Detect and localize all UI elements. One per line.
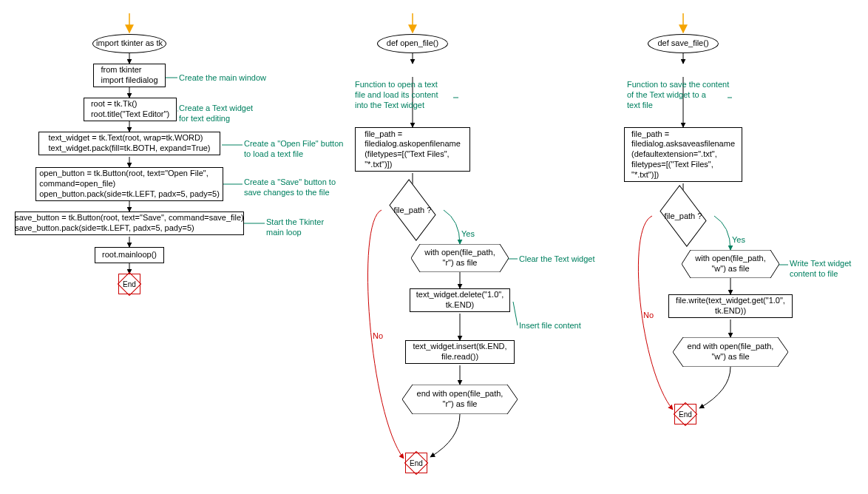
node-text-widget-label: text_widget = tk.Text(root, wrap=tk.WORD…: [48, 133, 210, 154]
node-delete: text_widget.delete("1.0", tk.END): [410, 288, 510, 312]
hex-open-with: with open(file_path, "r") as file: [411, 244, 509, 272]
no-label-2: No: [373, 331, 383, 340]
node-open-button: open_button = tk.Button(root, text="Open…: [35, 167, 223, 201]
node-asksave: file_path = filedialog.asksaveasfilename…: [624, 127, 742, 182]
annot-insert-content: Insert file content: [519, 321, 581, 331]
node-mainloop: root.mainloop(): [95, 247, 164, 263]
start-node-3-label: def save_file(): [657, 38, 708, 49]
annot-mainloop: Start the Tkinter main loop: [266, 217, 324, 238]
annot-text-widget: Create a Text widget for text editing: [179, 104, 253, 124]
annot-write-content: Write Text widget content to file: [790, 259, 851, 280]
end-node-2-label: End: [405, 453, 427, 473]
start-node-1-label: import tkinter as tk: [96, 38, 163, 49]
hex-end-with-open: end with open(file_path, "r") as file: [402, 385, 518, 414]
decision-save: file_path ?: [661, 200, 705, 232]
decision-open: file_path ?: [390, 194, 435, 226]
start-node-3: def save_file(): [648, 34, 719, 53]
end-node-3: End: [674, 404, 696, 424]
node-askopen-label: file_path = filedialog.askopenfilename (…: [365, 129, 461, 170]
decision-open-label: file_path ?: [390, 194, 435, 226]
node-filewrite: file.write(text_widget.get("1.0", tk.END…: [668, 294, 793, 318]
node-import-filedialog: from tkinter import filedialog: [93, 64, 166, 87]
node-root-label: root = tk.Tk() root.title("Text Editor"): [91, 99, 169, 120]
annot-open-button: Create a "Open File" button to load a te…: [244, 139, 343, 160]
node-asksave-label: file_path = filedialog.asksaveasfilename…: [631, 129, 735, 180]
node-filewrite-label: file.write(text_widget.get("1.0", tk.END…: [676, 296, 785, 317]
node-save-button: save_button = tk.Button(root, text="Save…: [15, 212, 244, 235]
no-label-3: No: [643, 311, 654, 319]
node-insert: text_widget.insert(tk.END, file.read()): [405, 340, 515, 364]
annot-save-button: Create a "Save" button to save changes t…: [244, 177, 336, 198]
hex-save-with: with open(file_path, "w") as file: [682, 250, 779, 278]
hex-end-with-open-label: end with open(file_path, "r") as file: [402, 385, 518, 414]
node-save-button-label: save_button = tk.Button(root, text="Save…: [15, 213, 244, 234]
end-node-1: End: [118, 274, 140, 294]
svg-line-22: [513, 302, 518, 325]
node-open-button-label: open_button = tk.Button(root, text="Open…: [39, 169, 220, 199]
start-node-2-label: def open_file(): [387, 38, 438, 49]
start-node-1: import tkinter as tk: [92, 34, 166, 53]
end-node-3-label: End: [674, 404, 696, 424]
annot-open-func: Function to open a text file and load it…: [355, 80, 438, 110]
end-node-1-label: End: [118, 274, 140, 294]
node-import-filedialog-label: from tkinter import filedialog: [101, 65, 157, 86]
yes-label-3: Yes: [732, 235, 745, 244]
annot-save-func: Function to save the content of the Text…: [627, 80, 729, 110]
annot-clear-widget: Clear the Text widget: [519, 254, 595, 265]
node-askopen: file_path = filedialog.askopenfilename (…: [355, 127, 470, 172]
node-insert-label: text_widget.insert(tk.END, file.read()): [413, 342, 506, 362]
hex-end-with-save: end with open(file_path, "w") as file: [673, 337, 788, 367]
hex-save-with-label: with open(file_path, "w") as file: [682, 250, 779, 278]
hex-end-with-save-label: end with open(file_path, "w") as file: [673, 337, 788, 367]
annot-main-window: Create the main window: [179, 73, 266, 84]
node-delete-label: text_widget.delete("1.0", tk.END): [416, 290, 504, 311]
start-node-2: def open_file(): [377, 34, 448, 53]
node-text-widget: text_widget = tk.Text(root, wrap=tk.WORD…: [38, 132, 220, 155]
yes-label-2: Yes: [461, 229, 475, 238]
end-node-2: End: [405, 453, 427, 473]
node-root: root = tk.Tk() root.title("Text Editor"): [84, 98, 177, 121]
hex-open-with-label: with open(file_path, "r") as file: [411, 244, 509, 272]
node-mainloop-label: root.mainloop(): [102, 250, 157, 260]
decision-save-label: file_path ?: [661, 200, 705, 232]
